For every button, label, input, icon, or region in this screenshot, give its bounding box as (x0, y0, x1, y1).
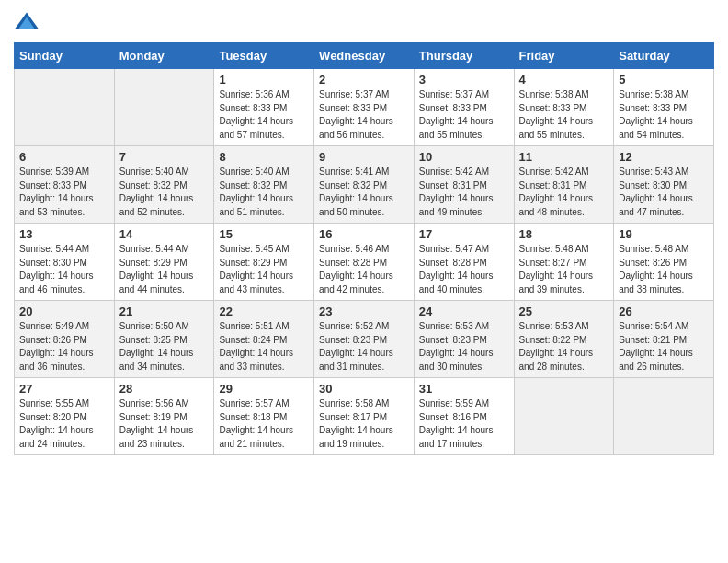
calendar-cell: 30Sunrise: 5:58 AMSunset: 8:17 PMDayligh… (314, 378, 415, 455)
page-header (14, 9, 714, 35)
calendar-cell: 21Sunrise: 5:50 AMSunset: 8:25 PMDayligh… (114, 301, 214, 378)
calendar-cell (514, 378, 614, 455)
cell-info: Sunrise: 5:54 AMSunset: 8:21 PMDaylight:… (619, 320, 709, 373)
day-number: 4 (519, 73, 609, 86)
week-row-3: 13Sunrise: 5:44 AMSunset: 8:30 PMDayligh… (15, 224, 714, 301)
cell-info: Sunrise: 5:46 AMSunset: 8:28 PMDaylight:… (319, 243, 409, 296)
day-number: 9 (319, 150, 409, 164)
cell-info: Sunrise: 5:42 AMSunset: 8:31 PMDaylight:… (519, 166, 609, 219)
calendar-cell: 1Sunrise: 5:36 AMSunset: 8:33 PMDaylight… (214, 69, 314, 146)
day-number: 10 (419, 150, 509, 164)
cell-info: Sunrise: 5:36 AMSunset: 8:33 PMDaylight:… (219, 88, 309, 142)
day-number: 17 (419, 227, 509, 241)
calendar-header: SundayMondayTuesdayWednesdayThursdayFrid… (15, 43, 714, 69)
calendar-cell: 6Sunrise: 5:39 AMSunset: 8:33 PMDaylight… (15, 146, 115, 224)
cell-info: Sunrise: 5:51 AMSunset: 8:24 PMDaylight:… (219, 320, 309, 373)
cell-info: Sunrise: 5:37 AMSunset: 8:33 PMDaylight:… (319, 88, 409, 142)
calendar-cell: 16Sunrise: 5:46 AMSunset: 8:28 PMDayligh… (314, 224, 415, 301)
cell-info: Sunrise: 5:48 AMSunset: 8:26 PMDaylight:… (619, 243, 709, 296)
cell-info: Sunrise: 5:45 AMSunset: 8:29 PMDaylight:… (219, 243, 309, 296)
calendar-cell: 9Sunrise: 5:41 AMSunset: 8:32 PMDaylight… (314, 146, 415, 224)
calendar-cell: 31Sunrise: 5:59 AMSunset: 8:16 PMDayligh… (414, 378, 514, 455)
cell-info: Sunrise: 5:38 AMSunset: 8:33 PMDaylight:… (619, 88, 709, 142)
calendar-cell: 24Sunrise: 5:53 AMSunset: 8:23 PMDayligh… (414, 301, 514, 378)
day-number: 29 (219, 382, 309, 396)
calendar-cell (15, 69, 115, 146)
week-row-4: 20Sunrise: 5:49 AMSunset: 8:26 PMDayligh… (15, 301, 714, 378)
calendar-cell: 23Sunrise: 5:52 AMSunset: 8:23 PMDayligh… (314, 301, 415, 378)
cell-info: Sunrise: 5:40 AMSunset: 8:32 PMDaylight:… (219, 166, 309, 219)
day-number: 7 (119, 150, 210, 164)
day-number: 8 (219, 150, 309, 164)
calendar-cell (114, 69, 214, 146)
cell-info: Sunrise: 5:43 AMSunset: 8:30 PMDaylight:… (619, 166, 709, 219)
day-number: 5 (619, 73, 709, 86)
calendar-cell: 13Sunrise: 5:44 AMSunset: 8:30 PMDayligh… (15, 224, 115, 301)
header-cell-monday: Monday (114, 43, 214, 69)
cell-info: Sunrise: 5:59 AMSunset: 8:16 PMDaylight:… (419, 397, 509, 451)
cell-info: Sunrise: 5:55 AMSunset: 8:20 PMDaylight:… (19, 397, 109, 451)
day-number: 25 (519, 304, 609, 318)
logo (14, 9, 43, 35)
day-number: 12 (619, 150, 709, 164)
day-number: 6 (19, 150, 109, 164)
cell-info: Sunrise: 5:37 AMSunset: 8:33 PMDaylight:… (419, 88, 509, 142)
cell-info: Sunrise: 5:44 AMSunset: 8:30 PMDaylight:… (19, 243, 109, 296)
day-number: 2 (319, 73, 409, 86)
cell-info: Sunrise: 5:47 AMSunset: 8:28 PMDaylight:… (419, 243, 509, 296)
header-row: SundayMondayTuesdayWednesdayThursdayFrid… (15, 43, 714, 69)
calendar-cell: 5Sunrise: 5:38 AMSunset: 8:33 PMDaylight… (614, 69, 714, 146)
calendar-table: SundayMondayTuesdayWednesdayThursdayFrid… (14, 42, 714, 455)
day-number: 1 (219, 73, 309, 86)
cell-info: Sunrise: 5:53 AMSunset: 8:23 PMDaylight:… (419, 320, 509, 373)
header-cell-friday: Friday (514, 43, 614, 69)
cell-info: Sunrise: 5:52 AMSunset: 8:23 PMDaylight:… (319, 320, 409, 373)
day-number: 23 (319, 304, 409, 318)
cell-info: Sunrise: 5:39 AMSunset: 8:33 PMDaylight:… (19, 166, 109, 219)
calendar-cell: 12Sunrise: 5:43 AMSunset: 8:30 PMDayligh… (614, 146, 714, 224)
cell-info: Sunrise: 5:53 AMSunset: 8:22 PMDaylight:… (519, 320, 609, 373)
day-number: 13 (19, 227, 109, 241)
calendar-cell: 22Sunrise: 5:51 AMSunset: 8:24 PMDayligh… (214, 301, 314, 378)
logo-icon (14, 9, 40, 35)
day-number: 16 (319, 227, 409, 241)
week-row-1: 1Sunrise: 5:36 AMSunset: 8:33 PMDaylight… (15, 69, 714, 146)
calendar-cell: 2Sunrise: 5:37 AMSunset: 8:33 PMDaylight… (314, 69, 415, 146)
cell-info: Sunrise: 5:56 AMSunset: 8:19 PMDaylight:… (119, 397, 210, 451)
cell-info: Sunrise: 5:58 AMSunset: 8:17 PMDaylight:… (319, 397, 409, 451)
calendar-cell: 27Sunrise: 5:55 AMSunset: 8:20 PMDayligh… (15, 378, 115, 455)
cell-info: Sunrise: 5:40 AMSunset: 8:32 PMDaylight:… (119, 166, 210, 219)
day-number: 15 (219, 227, 309, 241)
calendar-cell (614, 378, 714, 455)
calendar-cell: 4Sunrise: 5:38 AMSunset: 8:33 PMDaylight… (514, 69, 614, 146)
calendar-cell: 20Sunrise: 5:49 AMSunset: 8:26 PMDayligh… (15, 301, 115, 378)
calendar-cell: 14Sunrise: 5:44 AMSunset: 8:29 PMDayligh… (114, 224, 214, 301)
calendar-cell: 10Sunrise: 5:42 AMSunset: 8:31 PMDayligh… (414, 146, 514, 224)
calendar-cell: 29Sunrise: 5:57 AMSunset: 8:18 PMDayligh… (214, 378, 314, 455)
cell-info: Sunrise: 5:38 AMSunset: 8:33 PMDaylight:… (519, 88, 609, 142)
day-number: 21 (119, 304, 210, 318)
cell-info: Sunrise: 5:49 AMSunset: 8:26 PMDaylight:… (19, 320, 109, 373)
day-number: 26 (619, 304, 709, 318)
calendar-cell: 28Sunrise: 5:56 AMSunset: 8:19 PMDayligh… (114, 378, 214, 455)
calendar-cell: 17Sunrise: 5:47 AMSunset: 8:28 PMDayligh… (414, 224, 514, 301)
calendar-cell: 26Sunrise: 5:54 AMSunset: 8:21 PMDayligh… (614, 301, 714, 378)
day-number: 31 (419, 382, 509, 396)
day-number: 30 (319, 382, 409, 396)
calendar-cell: 11Sunrise: 5:42 AMSunset: 8:31 PMDayligh… (514, 146, 614, 224)
week-row-5: 27Sunrise: 5:55 AMSunset: 8:20 PMDayligh… (15, 378, 714, 455)
day-number: 3 (419, 73, 509, 86)
day-number: 11 (519, 150, 609, 164)
week-row-2: 6Sunrise: 5:39 AMSunset: 8:33 PMDaylight… (15, 146, 714, 224)
header-cell-tuesday: Tuesday (214, 43, 314, 69)
calendar-cell: 15Sunrise: 5:45 AMSunset: 8:29 PMDayligh… (214, 224, 314, 301)
calendar-cell: 25Sunrise: 5:53 AMSunset: 8:22 PMDayligh… (514, 301, 614, 378)
day-number: 20 (19, 304, 109, 318)
day-number: 28 (119, 382, 210, 396)
day-number: 18 (519, 227, 609, 241)
cell-info: Sunrise: 5:48 AMSunset: 8:27 PMDaylight:… (519, 243, 609, 296)
cell-info: Sunrise: 5:44 AMSunset: 8:29 PMDaylight:… (119, 243, 210, 296)
cell-info: Sunrise: 5:41 AMSunset: 8:32 PMDaylight:… (319, 166, 409, 219)
cell-info: Sunrise: 5:50 AMSunset: 8:25 PMDaylight:… (119, 320, 210, 373)
day-number: 27 (19, 382, 109, 396)
